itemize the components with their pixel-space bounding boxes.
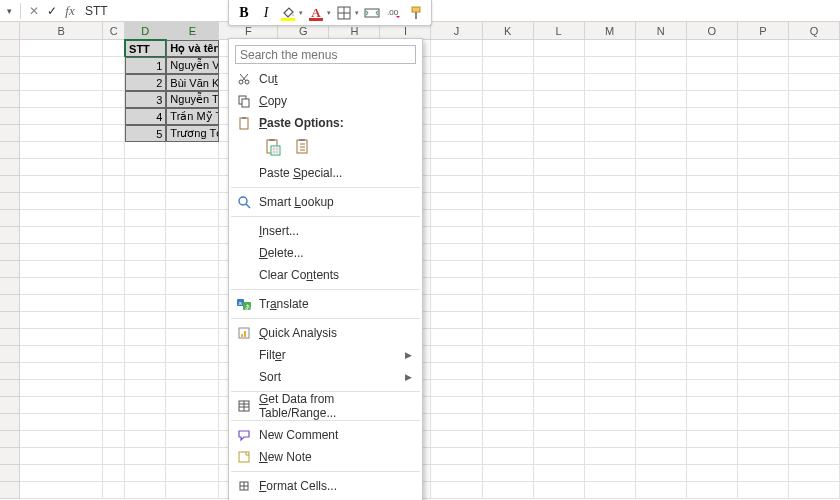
grid-cell[interactable] xyxy=(431,329,482,346)
grid-cell[interactable] xyxy=(20,346,103,363)
grid-cell[interactable] xyxy=(585,465,636,482)
grid-cell[interactable] xyxy=(166,380,219,397)
row-header[interactable] xyxy=(0,159,20,176)
grid-cell[interactable] xyxy=(20,193,103,210)
borders-dropdown[interactable]: ▾ xyxy=(353,3,361,23)
grid-cell[interactable]: Trương Tố xyxy=(166,125,219,142)
grid-cell[interactable] xyxy=(431,91,482,108)
grid-cell[interactable] xyxy=(431,193,482,210)
col-header[interactable]: O xyxy=(687,22,738,39)
grid-cell[interactable] xyxy=(125,363,166,380)
grid-cell[interactable] xyxy=(636,295,687,312)
grid-cell[interactable] xyxy=(789,482,840,499)
grid-cell[interactable] xyxy=(125,397,166,414)
grid-cell[interactable] xyxy=(483,142,534,159)
grid-cell[interactable] xyxy=(431,227,482,244)
grid-cell[interactable] xyxy=(483,380,534,397)
grid-cell[interactable] xyxy=(534,363,585,380)
grid-cell[interactable] xyxy=(585,448,636,465)
font-color-dropdown[interactable]: ▾ xyxy=(325,3,333,23)
grid-cell[interactable] xyxy=(789,397,840,414)
grid-cell[interactable] xyxy=(103,142,125,159)
grid-cell[interactable] xyxy=(166,363,219,380)
grid-cell[interactable] xyxy=(20,414,103,431)
grid-cell[interactable] xyxy=(636,125,687,142)
grid-cell[interactable] xyxy=(585,329,636,346)
grid-cell[interactable] xyxy=(636,108,687,125)
grid-cell[interactable] xyxy=(687,227,738,244)
grid-cell[interactable] xyxy=(166,159,219,176)
grid-cell[interactable] xyxy=(738,227,789,244)
grid-cell[interactable] xyxy=(431,465,482,482)
grid-cell[interactable] xyxy=(687,159,738,176)
grid-cell[interactable] xyxy=(20,142,103,159)
grid-cell[interactable] xyxy=(483,448,534,465)
grid-cell[interactable] xyxy=(738,261,789,278)
grid-cell[interactable] xyxy=(687,74,738,91)
grid-cell[interactable] xyxy=(483,125,534,142)
grid-cell[interactable] xyxy=(636,346,687,363)
fill-color-dropdown[interactable]: ▾ xyxy=(297,3,305,23)
grid-cell[interactable] xyxy=(20,261,103,278)
grid-cell[interactable] xyxy=(636,329,687,346)
grid-cell[interactable] xyxy=(125,227,166,244)
merge-center-button[interactable] xyxy=(361,3,383,23)
cancel-entry-button[interactable]: ✕ xyxy=(25,2,43,20)
grid-cell[interactable] xyxy=(483,465,534,482)
col-header[interactable]: D xyxy=(125,22,166,39)
grid-cell[interactable] xyxy=(534,295,585,312)
menu-insert[interactable]: Insert... xyxy=(229,220,422,242)
grid-cell[interactable] xyxy=(636,380,687,397)
grid-cell[interactable] xyxy=(20,431,103,448)
row-header[interactable] xyxy=(0,74,20,91)
grid-cell[interactable] xyxy=(431,108,482,125)
grid-cell[interactable] xyxy=(125,176,166,193)
grid-cell[interactable] xyxy=(636,482,687,499)
grid-cell[interactable] xyxy=(738,57,789,74)
bold-button[interactable]: B xyxy=(233,3,255,23)
grid-cell[interactable] xyxy=(687,57,738,74)
grid-cell[interactable] xyxy=(789,431,840,448)
grid-cell[interactable] xyxy=(20,74,103,91)
grid-cell[interactable] xyxy=(483,159,534,176)
grid-cell[interactable] xyxy=(103,159,125,176)
grid-cell[interactable] xyxy=(166,465,219,482)
grid-cell[interactable] xyxy=(738,108,789,125)
grid-cell[interactable] xyxy=(103,244,125,261)
grid-cell[interactable] xyxy=(431,125,482,142)
grid-cell[interactable] xyxy=(125,482,166,499)
grid-cell[interactable] xyxy=(636,278,687,295)
grid-cell[interactable] xyxy=(20,397,103,414)
grid-cell[interactable] xyxy=(483,278,534,295)
grid-cell[interactable] xyxy=(636,227,687,244)
grid-cell[interactable] xyxy=(636,142,687,159)
font-color-button[interactable]: A xyxy=(305,3,327,23)
grid-cell[interactable] xyxy=(20,482,103,499)
grid-cell[interactable] xyxy=(534,278,585,295)
grid-cell[interactable] xyxy=(103,40,125,57)
grid-cell[interactable] xyxy=(687,91,738,108)
grid-cell[interactable] xyxy=(534,193,585,210)
grid-cell[interactable] xyxy=(585,482,636,499)
grid-cell[interactable] xyxy=(20,40,103,57)
grid-cell[interactable] xyxy=(20,380,103,397)
grid-cell[interactable] xyxy=(738,159,789,176)
grid-cell[interactable] xyxy=(166,210,219,227)
grid-cell[interactable] xyxy=(738,431,789,448)
grid-cell[interactable]: Nguyễn Văn xyxy=(166,57,219,74)
menu-new-comment[interactable]: New Comment xyxy=(229,424,422,446)
grid-cell[interactable] xyxy=(534,74,585,91)
grid-cell[interactable] xyxy=(483,312,534,329)
menu-clear-contents[interactable]: Clear Contents xyxy=(229,264,422,286)
grid-cell[interactable] xyxy=(687,244,738,261)
grid-cell[interactable] xyxy=(687,380,738,397)
format-painter-button[interactable] xyxy=(405,3,427,23)
grid-cell[interactable] xyxy=(431,210,482,227)
menu-copy[interactable]: Copy xyxy=(229,90,422,112)
grid-cell[interactable] xyxy=(738,176,789,193)
grid-cell[interactable] xyxy=(103,74,125,91)
grid-cell[interactable] xyxy=(20,363,103,380)
row-header[interactable] xyxy=(0,295,20,312)
grid-cell[interactable] xyxy=(636,91,687,108)
row-header[interactable] xyxy=(0,210,20,227)
